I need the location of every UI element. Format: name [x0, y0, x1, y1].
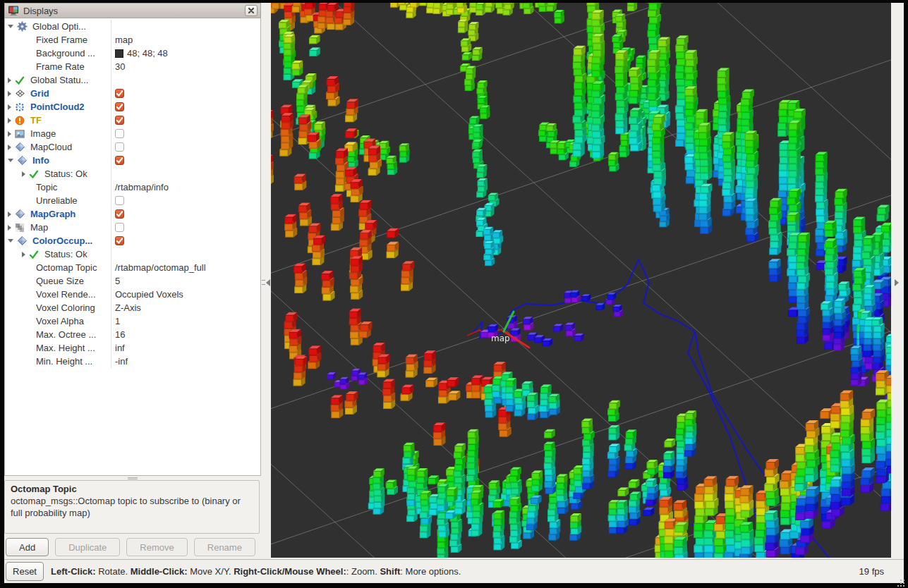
enabled-checkbox[interactable] — [115, 129, 124, 138]
row-value — [111, 100, 260, 114]
tree-row-status-ok[interactable]: Status: Ok — [5, 167, 260, 180]
expand-arrow-icon[interactable] — [8, 145, 11, 150]
row-value[interactable]: /rtabmap/info — [111, 180, 260, 194]
tree-row-max-height[interactable]: Max. Height ...inf — [5, 341, 260, 355]
expand-arrow-icon[interactable] — [8, 91, 11, 97]
row-value[interactable]: map — [111, 33, 260, 47]
enabled-checkbox[interactable] — [115, 236, 124, 245]
row-label: Voxel Alpha — [36, 314, 84, 328]
pointcloud-icon — [15, 102, 27, 112]
tree-row-voxel-coloring[interactable]: Voxel ColoringZ-Axis — [5, 301, 260, 314]
right-panel-splitter[interactable] — [891, 3, 904, 559]
displays-panel-icon — [8, 6, 19, 16]
row-value[interactable]: 48; 48; 48 — [111, 47, 260, 60]
collapse-left-arrow-icon[interactable] — [266, 279, 270, 286]
enabled-checkbox[interactable] — [115, 209, 124, 219]
close-icon — [248, 6, 255, 16]
row-value[interactable]: Occupied Voxels — [111, 288, 260, 301]
row-value[interactable]: Z-Axis — [111, 301, 260, 314]
status-bar: Reset Left-Click: Rotate. Middle-Click: … — [4, 559, 904, 583]
tree-row-info[interactable]: Info — [5, 154, 260, 167]
tree-row-background[interactable]: Background ...48; 48; 48 — [5, 47, 260, 60]
enabled-checkbox[interactable] — [115, 156, 124, 165]
tree-row-coloroccup[interactable]: ColorOccup... — [5, 234, 260, 247]
left-panel-splitter[interactable] — [261, 3, 271, 559]
displays-panel-titlebar[interactable]: Displays — [4, 3, 261, 18]
add-button[interactable]: Add — [6, 538, 49, 556]
row-label: Status: Ok — [44, 167, 87, 180]
row-value[interactable]: /rtabmap/octomap_full — [111, 261, 260, 274]
render-view[interactable] — [271, 3, 891, 558]
tree-row-unreliable[interactable]: Unreliable — [5, 194, 260, 207]
tree-row-pointcloud2[interactable]: PointCloud2 — [5, 100, 260, 114]
expand-arrow-icon[interactable] — [22, 252, 25, 257]
row-value[interactable]: 5 — [111, 274, 260, 288]
row-value — [111, 73, 260, 87]
collapse-arrow-icon[interactable] — [8, 159, 13, 162]
rename-button[interactable]: Rename — [194, 538, 255, 556]
row-value — [111, 154, 260, 167]
check-icon — [29, 169, 41, 179]
enabled-checkbox[interactable] — [115, 223, 124, 232]
tree-row-image[interactable]: Image — [5, 127, 260, 140]
panel-close-button[interactable] — [245, 5, 258, 16]
row-label: Grid — [30, 87, 49, 100]
enabled-checkbox[interactable] — [115, 196, 124, 205]
row-value — [111, 87, 260, 100]
panel-title: Displays — [23, 6, 245, 16]
row-label: Queue Size — [36, 274, 84, 288]
row-value[interactable]: inf — [111, 341, 260, 355]
map-icon — [15, 223, 27, 233]
row-value[interactable]: 30 — [111, 60, 260, 73]
tree-row-map[interactable]: Map — [5, 221, 260, 234]
tree-row-mapcloud[interactable]: MapCloud — [5, 140, 260, 154]
tree-row-octomap-topic[interactable]: Octomap Topic/rtabmap/octomap_full — [5, 261, 260, 274]
tree-row-global-opti[interactable]: Global Opti... — [5, 20, 260, 33]
grid-icon — [15, 88, 27, 99]
tree-row-min-height[interactable]: Min. Height ...-inf — [5, 355, 260, 368]
tree-row-tf[interactable]: TF — [5, 114, 260, 127]
tree-row-max-octree[interactable]: Max. Octree ...16 — [5, 328, 260, 341]
expand-arrow-icon[interactable] — [8, 78, 11, 83]
tree-row-voxel-rende[interactable]: Voxel Rende...Occupied Voxels — [5, 288, 260, 301]
expand-arrow-icon[interactable] — [8, 225, 11, 231]
duplicate-button[interactable]: Duplicate — [55, 538, 120, 556]
expand-arrow-icon[interactable] — [22, 171, 25, 177]
collapse-arrow-icon[interactable] — [8, 25, 13, 28]
rviz-window: Displays Global Opti...Fixed FramemapBac… — [4, 3, 904, 583]
enabled-checkbox[interactable] — [115, 116, 124, 125]
tree-row-voxel-alpha[interactable]: Voxel Alpha1 — [5, 314, 260, 328]
enabled-checkbox[interactable] — [115, 102, 124, 111]
row-label: Background ... — [36, 47, 95, 60]
row-label: Fixed Frame — [36, 33, 87, 47]
tree-row-topic[interactable]: Topic/rtabmap/info — [5, 180, 260, 194]
expand-arrow-icon[interactable] — [8, 118, 11, 123]
collapse-arrow-icon[interactable] — [8, 239, 13, 243]
enabled-checkbox[interactable] — [115, 89, 124, 98]
remove-button[interactable]: Remove — [126, 538, 187, 556]
3d-scene-canvas[interactable] — [271, 3, 891, 558]
row-value — [111, 20, 260, 33]
tree-row-mapgraph[interactable]: MapGraph — [5, 207, 260, 221]
row-label: Global Opti... — [32, 20, 86, 33]
application-window: Displays Global Opti...Fixed FramemapBac… — [0, 0, 908, 588]
row-label: Octomap Topic — [36, 261, 97, 274]
displays-panel: Displays Global Opti...Fixed FramemapBac… — [4, 3, 261, 559]
row-value[interactable]: -inf — [111, 355, 260, 368]
expand-arrow-icon[interactable] — [8, 104, 11, 110]
row-value[interactable]: 1 — [111, 314, 260, 328]
expand-arrow-icon[interactable] — [8, 212, 11, 217]
expand-right-arrow-icon[interactable] — [895, 279, 899, 286]
tree-row-frame-rate[interactable]: Frame Rate30 — [5, 60, 260, 73]
expand-arrow-icon[interactable] — [8, 131, 11, 137]
row-label: MapCloud — [30, 140, 72, 154]
row-value[interactable]: 16 — [111, 328, 260, 341]
resize-grip[interactable] — [900, 580, 902, 581]
tree-row-queue-size[interactable]: Queue Size5 — [5, 274, 260, 288]
tree-row-global-statu[interactable]: Global Statu... — [5, 73, 260, 87]
tree-row-status-ok[interactable]: Status: Ok — [5, 247, 260, 261]
tree-row-fixed-frame[interactable]: Fixed Framemap — [5, 33, 260, 47]
tree-row-grid[interactable]: Grid — [5, 87, 260, 100]
enabled-checkbox[interactable] — [115, 142, 124, 152]
reset-button[interactable]: Reset — [6, 562, 44, 581]
